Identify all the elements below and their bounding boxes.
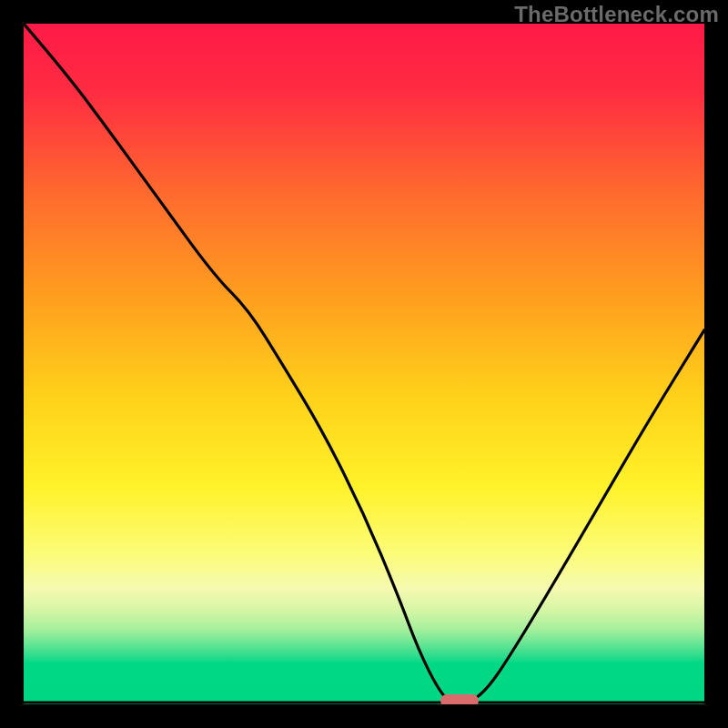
optimal-marker xyxy=(440,694,479,704)
plot-area xyxy=(24,24,704,704)
bottleneck-chart: TheBottleneck.com xyxy=(0,0,728,728)
chart-background-gradient xyxy=(24,24,704,704)
attribution-text: TheBottleneck.com xyxy=(514,2,719,27)
